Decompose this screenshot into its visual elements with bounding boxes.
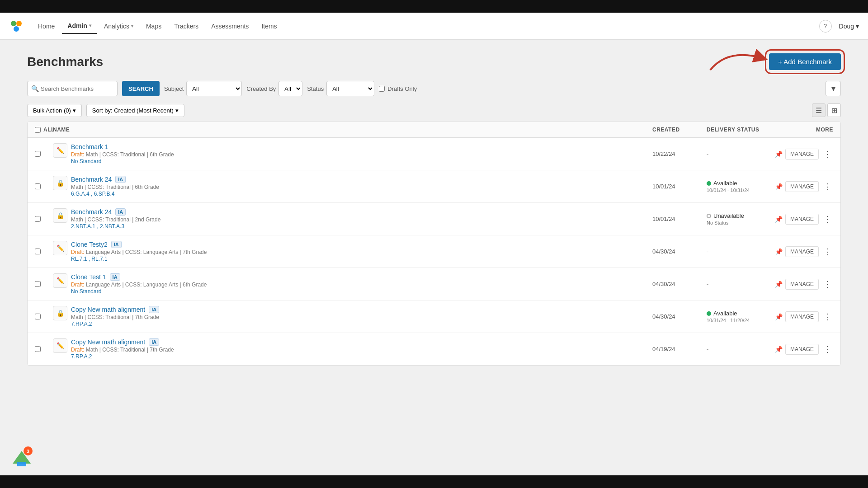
row-checkbox[interactable] bbox=[35, 314, 41, 319]
row-more: 📌 MANAGE ⋮ bbox=[797, 246, 833, 257]
meta-line: Draft: Language Arts | CCSS: Language Ar… bbox=[71, 282, 207, 288]
expand-button[interactable]: ▾ bbox=[826, 81, 841, 96]
sort-button[interactable]: Sort by: Created (Most Recent) ▾ bbox=[86, 104, 184, 117]
bulk-action-button[interactable]: Bulk Action (0) ▾ bbox=[27, 104, 82, 117]
manage-button[interactable]: MANAGE bbox=[785, 214, 819, 225]
list-view-button[interactable]: ☰ bbox=[812, 103, 826, 117]
standards-line[interactable]: RL.7.1 , RL.7.1 bbox=[71, 256, 207, 262]
created-by-select[interactable]: All bbox=[278, 81, 302, 96]
nav-analytics[interactable]: Analytics ▾ bbox=[99, 19, 139, 33]
status-filter-group: Status All Available Unavailable Draft bbox=[307, 81, 374, 96]
row-checkbox[interactable] bbox=[35, 346, 41, 352]
nav-admin[interactable]: Admin ▾ bbox=[62, 19, 97, 34]
benchmark-name-link[interactable]: Benchmark 24IA bbox=[71, 208, 160, 216]
search-button[interactable]: SEARCH bbox=[122, 81, 160, 96]
lock-icon: 🔒 bbox=[53, 208, 67, 223]
select-all-checkbox[interactable] bbox=[35, 127, 41, 133]
pin-button[interactable]: 📌 bbox=[775, 183, 783, 190]
header-name: NAME bbox=[53, 127, 652, 133]
benchmark-name-link[interactable]: Clone Testy2IA bbox=[71, 241, 207, 248]
row-checkbox[interactable] bbox=[35, 183, 41, 189]
more-options-button[interactable]: ⋮ bbox=[821, 247, 833, 257]
nav-assessments[interactable]: Assessments bbox=[206, 19, 254, 33]
benchmark-name-link[interactable]: Clone Test 1IA bbox=[71, 273, 207, 281]
user-menu[interactable]: Doug ▾ bbox=[839, 23, 859, 30]
standards-line[interactable]: 6.G.A.4 , 6.SP.B.4 bbox=[71, 191, 159, 197]
meta-line: Draft: Math | CCSS: Traditional | 7th Gr… bbox=[71, 347, 174, 353]
tag-badge: IA bbox=[115, 176, 126, 183]
row-more: 📌 MANAGE ⋮ bbox=[797, 344, 833, 355]
nav-items[interactable]: Items bbox=[256, 19, 282, 33]
manage-button[interactable]: MANAGE bbox=[785, 149, 819, 160]
view-toggle: ☰ ⊞ bbox=[812, 103, 841, 117]
manage-button[interactable]: MANAGE bbox=[785, 246, 819, 257]
standards-line[interactable]: No Standard bbox=[71, 288, 207, 295]
row-checkbox[interactable] bbox=[35, 281, 41, 287]
page-header: Benchmarks + Add Benchmark bbox=[27, 53, 841, 70]
manage-button[interactable]: MANAGE bbox=[785, 311, 819, 322]
standards-line[interactable]: 7.RP.A.2 bbox=[71, 321, 159, 327]
app-logo[interactable] bbox=[9, 19, 24, 33]
benchmarks-table: ALL NAME CREATED DELIVERY STATUS MORE ✏️… bbox=[27, 122, 841, 366]
standards-line[interactable]: 7.RP.A.2 bbox=[71, 353, 174, 360]
status-select[interactable]: All Available Unavailable Draft bbox=[326, 81, 374, 96]
status-text: Unavailable bbox=[713, 212, 744, 219]
row-status: - bbox=[707, 248, 797, 255]
pin-button[interactable]: 📌 bbox=[775, 150, 783, 158]
manage-button[interactable]: MANAGE bbox=[785, 279, 819, 290]
row-created: 10/22/24 bbox=[652, 150, 707, 157]
status-date: 10/31/24 - 11/20/24 bbox=[707, 318, 750, 323]
benchmark-name-link[interactable]: Benchmark 1 bbox=[71, 143, 174, 150]
nav-trackers[interactable]: Trackers bbox=[169, 19, 204, 33]
more-options-button[interactable]: ⋮ bbox=[821, 344, 833, 354]
drafts-only-checkbox-label[interactable]: Drafts Only bbox=[379, 85, 417, 92]
row-more: 📌 MANAGE ⋮ bbox=[797, 149, 833, 160]
draft-label: Draft: bbox=[71, 249, 84, 255]
pin-button[interactable]: 📌 bbox=[775, 313, 783, 320]
help-button[interactable]: ? bbox=[819, 20, 832, 33]
standards-line[interactable]: 2.NBT.A.1 , 2.NBT.A.3 bbox=[71, 223, 160, 230]
pin-button[interactable]: 📌 bbox=[775, 281, 783, 288]
row-checkbox[interactable] bbox=[35, 249, 41, 254]
row-name-details: Benchmark 24IA Math | CCSS: Traditional … bbox=[71, 176, 159, 197]
add-benchmark-button[interactable]: + Add Benchmark bbox=[769, 53, 841, 70]
row-name-details: Copy New math alignmentIA Draft: Math | … bbox=[71, 338, 174, 360]
row-name-details: Clone Testy2IA Draft: Language Arts | CC… bbox=[71, 241, 207, 262]
status-available: Available bbox=[707, 310, 737, 317]
drafts-only-checkbox[interactable] bbox=[379, 86, 385, 92]
svg-text:3: 3 bbox=[27, 449, 29, 454]
benchmark-name-link[interactable]: Benchmark 24IA bbox=[71, 176, 159, 183]
more-options-button[interactable]: ⋮ bbox=[821, 312, 833, 322]
row-checkbox[interactable] bbox=[35, 151, 41, 157]
table-row: ✏️ Benchmark 1 Draft: Math | CCSS: Tradi… bbox=[28, 138, 840, 170]
subject-select[interactable]: All Math Language Arts bbox=[186, 81, 242, 96]
pin-button[interactable]: 📌 bbox=[775, 248, 783, 255]
pin-button[interactable]: 📌 bbox=[775, 346, 783, 353]
more-options-button[interactable]: ⋮ bbox=[821, 182, 833, 192]
search-input[interactable] bbox=[41, 85, 113, 92]
pin-button[interactable]: 📌 bbox=[775, 216, 783, 223]
nav-home[interactable]: Home bbox=[33, 19, 60, 33]
benchmark-name-link[interactable]: Copy New math alignmentIA bbox=[71, 306, 159, 313]
row-name-details: Copy New math alignmentIA Math | CCSS: T… bbox=[71, 306, 159, 327]
created-by-label: Created By bbox=[246, 85, 276, 92]
nav-maps[interactable]: Maps bbox=[141, 19, 167, 33]
manage-button[interactable]: MANAGE bbox=[785, 344, 819, 355]
lock-icon: 🔒 bbox=[53, 176, 67, 190]
grid-view-button[interactable]: ⊞ bbox=[827, 103, 841, 117]
chevron-down-icon: ▾ bbox=[73, 107, 76, 114]
more-options-button[interactable]: ⋮ bbox=[821, 149, 833, 159]
more-options-button[interactable]: ⋮ bbox=[821, 214, 833, 224]
standards-line[interactable]: No Standard bbox=[71, 158, 174, 164]
add-benchmark-wrapper: + Add Benchmark bbox=[769, 53, 841, 70]
table-row: 🔒 Benchmark 24IA Math | CCSS: Traditiona… bbox=[28, 203, 840, 235]
action-row: Bulk Action (0) ▾ Sort by: Created (Most… bbox=[27, 103, 841, 117]
notification-badge[interactable]: 3 bbox=[9, 445, 34, 470]
meta-line: Math | CCSS: Traditional | 7th Grade bbox=[71, 314, 159, 320]
manage-button[interactable]: MANAGE bbox=[785, 181, 819, 192]
more-options-button[interactable]: ⋮ bbox=[821, 279, 833, 289]
tag-badge: IA bbox=[149, 306, 159, 313]
row-checkbox[interactable] bbox=[35, 216, 41, 222]
benchmark-name-link[interactable]: Copy New math alignmentIA bbox=[71, 338, 174, 346]
status-dash: - bbox=[707, 346, 708, 352]
